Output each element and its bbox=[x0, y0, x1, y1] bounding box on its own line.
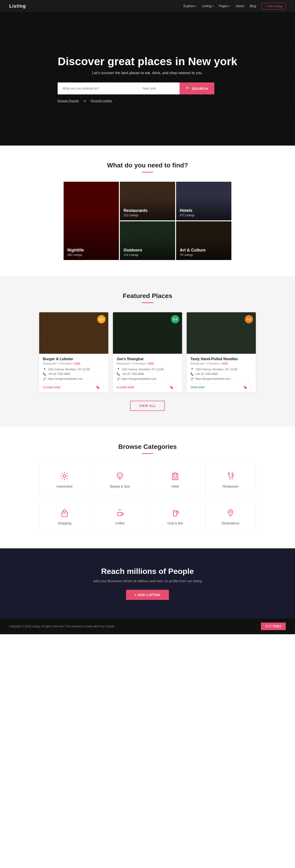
place-website: https://burgerandlobster.com bbox=[48, 376, 83, 381]
view-all-button[interactable]: VIEW ALL bbox=[130, 401, 165, 411]
reach-title: Reach millions of People bbox=[9, 567, 286, 576]
place-name: Burger & Lobster bbox=[43, 357, 105, 361]
browse-popular-link[interactable]: Browse Popular bbox=[58, 99, 79, 102]
browse-item-coffee[interactable]: Coffee bbox=[94, 500, 145, 532]
nav-about[interactable]: About bbox=[236, 4, 244, 8]
bookmark-icon[interactable]: 🔖 bbox=[170, 385, 174, 389]
place-type: Restaurant bbox=[43, 362, 56, 365]
place-name: Tasty Hand-Pulled Noodles bbox=[190, 357, 252, 361]
browse-label-hotel: Hotel bbox=[172, 485, 179, 488]
place-card-burger[interactable]: 6.5 Burger & Lobster Restaurant • 3 Revi… bbox=[39, 312, 108, 393]
browse-item-club-bar[interactable]: Club & Bar bbox=[150, 500, 201, 532]
browse-label-club-bar: Club & Bar bbox=[167, 521, 183, 525]
browse-label-destinations: Destinations bbox=[222, 521, 239, 525]
place-card-shanghai[interactable]: 9.5 Joe's Shanghai Restaurant • 3 Review… bbox=[113, 312, 182, 393]
place-card-footer: CLOSED NOW 🔖 ♡ bbox=[117, 383, 178, 389]
category-outdoors[interactable]: Outdoors 114 Listings bbox=[120, 221, 175, 260]
browse-title: Browse Categories bbox=[9, 443, 286, 451]
bookmark-icon[interactable]: 🔖 bbox=[243, 385, 247, 389]
place-phone: +44 20 7336 6898 bbox=[195, 372, 217, 376]
place-card-noodles[interactable]: 3.2 Tasty Hand-Pulled Noodles Restaurant… bbox=[187, 312, 256, 393]
section-find: What do you need to find? Nightlife 385 … bbox=[0, 146, 295, 276]
place-info: 📍1301 Avenue, Brooklyn, NY 11230 📞+44 20… bbox=[117, 367, 178, 381]
category-count: 114 Listings bbox=[123, 253, 138, 256]
category-name: Restaurants bbox=[123, 208, 148, 213]
reach-add-listing-button[interactable]: + ADD LISTING bbox=[126, 590, 169, 600]
browse-item-destinations[interactable]: Destinations bbox=[205, 500, 256, 532]
place-website: https://burgerandlobster.com bbox=[121, 376, 156, 381]
cutlery-icon bbox=[225, 470, 236, 482]
bag-icon bbox=[59, 507, 70, 519]
bookmark-icon[interactable]: 🔖 bbox=[96, 385, 100, 389]
place-meta: Restaurant • 3 Reviews • $$$$ bbox=[190, 362, 252, 365]
browse-item-shopping[interactable]: Shopping bbox=[39, 500, 90, 532]
footer: Copyright © 2018 Listing. All rights res… bbox=[0, 618, 295, 634]
brand-logo[interactable]: Listing bbox=[9, 3, 26, 9]
category-restaurants[interactable]: Restaurants 210 Listings bbox=[120, 182, 175, 220]
nav-explore[interactable]: Explore bbox=[183, 4, 196, 8]
heart-icon[interactable]: ♡ bbox=[101, 385, 105, 389]
svg-rect-5 bbox=[174, 477, 174, 478]
nav-blog[interactable]: Blog bbox=[249, 4, 256, 8]
nav-listing[interactable]: Listing bbox=[202, 4, 213, 8]
reach-subtitle: Add your Business infront of millions an… bbox=[9, 579, 286, 583]
or-text: or bbox=[83, 99, 86, 102]
place-type: Restaurant bbox=[117, 362, 130, 365]
place-badge: 6.5 bbox=[97, 315, 106, 323]
category-artculture[interactable]: Art & Culture 79 Listings bbox=[176, 221, 231, 260]
phone-icon: 📞 bbox=[190, 372, 194, 376]
hero-content: Discover great places in New york Let's … bbox=[58, 55, 237, 102]
search-bar: 🔍 SEARCH bbox=[58, 83, 214, 94]
category-name: Outdoors bbox=[123, 248, 142, 253]
category-nightlife[interactable]: Nightlife 385 Listings bbox=[64, 182, 119, 260]
svg-rect-3 bbox=[174, 475, 174, 476]
phone-icon: 📞 bbox=[117, 372, 120, 376]
coffee-icon bbox=[114, 507, 126, 519]
featured-title: Featured Places bbox=[9, 292, 286, 300]
place-info: 📍1301 Avenue, Brooklyn, NY 11230 📞+44 20… bbox=[43, 367, 105, 381]
category-hotels[interactable]: Hotels 577 Listings bbox=[176, 182, 231, 220]
categories-grid: Nightlife 385 Listings Restaurants 210 L… bbox=[63, 182, 232, 260]
card-actions: 🔖 ♡ bbox=[243, 385, 252, 389]
place-meta: Restaurant • 3 Reviews • $$$$ bbox=[117, 362, 178, 365]
footer-subscribe-button[interactable]: 关注下载频道 bbox=[261, 622, 286, 630]
browse-item-hotel[interactable]: Hotel bbox=[150, 463, 201, 495]
card-actions: 🔖 ♡ bbox=[170, 385, 178, 389]
search-input[interactable] bbox=[58, 83, 138, 94]
web-icon: 🔗 bbox=[43, 376, 46, 381]
phone-icon: 📞 bbox=[43, 372, 46, 376]
place-address: 1301 Avenue, Brooklyn, NY 11230 bbox=[195, 367, 237, 372]
leaf-icon bbox=[114, 470, 126, 482]
featured-underline bbox=[142, 302, 153, 303]
location-input[interactable] bbox=[138, 83, 180, 94]
place-price: $$$$ bbox=[222, 362, 228, 365]
search-btn-label: SEARCH bbox=[192, 87, 208, 91]
place-card-image: 9.5 bbox=[113, 312, 182, 354]
place-price: $$$$ bbox=[74, 362, 81, 365]
search-button[interactable]: 🔍 SEARCH bbox=[180, 83, 214, 94]
search-icon: 🔍 bbox=[186, 86, 190, 91]
place-badge: 9.5 bbox=[171, 315, 179, 323]
hero-section: Discover great places in New york Let's … bbox=[0, 12, 295, 146]
place-card-footer: CLOSED NOW 🔖 ♡ bbox=[43, 383, 105, 389]
category-label: Nightlife 385 Listings bbox=[67, 248, 84, 257]
web-icon: 🔗 bbox=[190, 376, 194, 381]
browse-item-restaurant[interactable]: Restaurant bbox=[205, 463, 256, 495]
location-icon: 📍 bbox=[43, 367, 46, 372]
section-featured: Featured Places 6.5 Burger & Lobster Res… bbox=[0, 276, 295, 427]
find-underline bbox=[142, 172, 153, 173]
place-phone: +44 20 7336 6898 bbox=[48, 372, 70, 376]
category-name: Art & Culture bbox=[180, 248, 206, 253]
browse-item-beauty-spa[interactable]: Beauty & Spa bbox=[94, 463, 145, 495]
svg-rect-4 bbox=[176, 475, 177, 476]
heart-icon[interactable]: ♡ bbox=[175, 385, 178, 389]
places-grid: 6.5 Burger & Lobster Restaurant • 3 Revi… bbox=[9, 312, 286, 393]
heart-icon[interactable]: ♡ bbox=[249, 385, 252, 389]
building-icon bbox=[169, 470, 181, 482]
recently-added-link[interactable]: Recently Added bbox=[91, 99, 112, 102]
section-reach: Reach millions of People Add your Busine… bbox=[0, 548, 295, 618]
nav-add-listing-button[interactable]: + Add Listing bbox=[262, 3, 286, 9]
browse-item-automotive[interactable]: Automotive bbox=[39, 463, 90, 495]
navbar: Listing Explore Listing Pages About Blog… bbox=[0, 0, 295, 12]
nav-pages[interactable]: Pages bbox=[219, 4, 230, 8]
